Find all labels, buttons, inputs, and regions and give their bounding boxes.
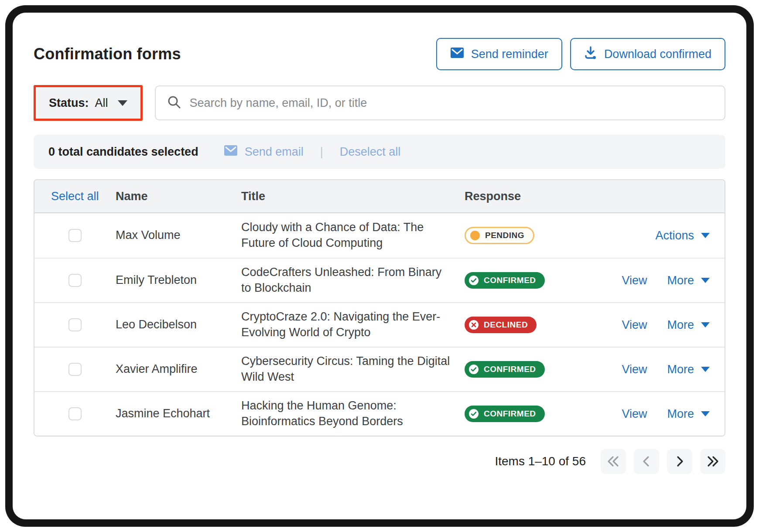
check-circle-icon (468, 364, 479, 375)
action-label: View (622, 363, 647, 376)
envelope-icon (224, 145, 238, 159)
more-link[interactable]: More (667, 363, 710, 376)
actions-link[interactable]: Actions (655, 229, 710, 242)
caret-down-icon (701, 322, 710, 327)
check-circle-icon (468, 409, 479, 419)
search-input[interactable] (190, 96, 713, 110)
candidate-name: Jasmine Echohart (116, 406, 241, 422)
send-email-label: Send email (245, 145, 304, 159)
caret-down-icon (118, 100, 127, 106)
candidate-name: Xavier Amplifire (116, 361, 241, 377)
check-circle-icon (468, 275, 479, 286)
column-header-response: Response (465, 190, 559, 203)
talk-title: CryptoCraze 2.0: Navigating the Ever-Evo… (241, 309, 465, 340)
caret-down-icon (701, 367, 710, 372)
action-label: More (667, 274, 694, 287)
view-link[interactable]: View (622, 363, 647, 376)
candidate-name: Max Volume (116, 228, 241, 243)
next-page-button[interactable] (667, 449, 692, 474)
talk-title: CodeCrafters Unleashed: From Binary to B… (241, 265, 465, 296)
candidate-name: Leo Decibelson (116, 317, 241, 333)
x-circle-icon (468, 320, 479, 330)
window-frame: Confirmation forms Send reminder Downloa… (5, 5, 754, 527)
send-reminder-button[interactable]: Send reminder (436, 38, 562, 70)
action-label: More (667, 318, 694, 332)
pending-dot-icon (470, 231, 480, 240)
row-checkbox[interactable] (68, 318, 82, 331)
candidate-name: Emily Trebleton (116, 273, 241, 288)
download-icon (584, 46, 597, 62)
talk-title: Cybersecurity Circus: Taming the Digital… (241, 354, 465, 385)
action-label: More (667, 363, 694, 376)
pagination: Items 1–10 of 56 (34, 449, 725, 474)
row-checkbox[interactable] (68, 274, 82, 287)
row-actions: ViewMore (559, 274, 725, 287)
status-label: PENDING (485, 231, 524, 240)
more-link[interactable]: More (667, 407, 710, 421)
envelope-icon (450, 47, 464, 61)
divider: | (320, 145, 323, 159)
selection-bar: 0 total candidates selected Send email |… (34, 135, 725, 169)
view-link[interactable]: View (622, 407, 647, 421)
search-icon (167, 95, 181, 111)
status-badge: PENDING (465, 227, 534, 244)
caret-down-icon (701, 278, 710, 283)
column-header-title: Title (241, 190, 465, 203)
table-row: Leo Decibelson CryptoCraze 2.0: Navigati… (34, 302, 725, 347)
status-label: CONFIRMED (484, 276, 536, 285)
download-confirmed-label: Download confirmed (604, 48, 711, 61)
action-label: View (622, 407, 647, 421)
header-actions: Send reminder Download confirmed (436, 38, 725, 70)
view-link[interactable]: View (622, 318, 647, 332)
more-link[interactable]: More (667, 274, 710, 287)
table-header: Select all Name Title Response (34, 180, 725, 213)
caret-down-icon (701, 411, 710, 416)
action-label: View (622, 318, 647, 332)
table-row: Emily Trebleton CodeCrafters Unleashed: … (34, 258, 725, 302)
more-link[interactable]: More (667, 318, 710, 332)
status-label: CONFIRMED (484, 365, 536, 374)
first-page-button[interactable] (601, 449, 626, 474)
row-actions: ViewMore (559, 318, 725, 332)
select-all-link[interactable]: Select all (34, 190, 116, 203)
page-title: Confirmation forms (34, 45, 181, 63)
status-badge: DECLINED (465, 317, 537, 333)
status-filter-dropdown[interactable]: Status: All (36, 87, 140, 119)
status-badge: CONFIRMED (465, 272, 545, 289)
status-badge: CONFIRMED (465, 406, 545, 422)
prev-page-button[interactable] (634, 449, 659, 474)
status-label: CONFIRMED (484, 409, 536, 419)
row-actions: ViewMore (559, 407, 725, 421)
row-actions: Actions (559, 229, 725, 242)
send-email-link[interactable]: Send email (224, 145, 304, 159)
download-confirmed-button[interactable]: Download confirmed (570, 38, 725, 70)
row-checkbox[interactable] (68, 363, 82, 376)
status-badge: CONFIRMED (465, 361, 545, 378)
action-label: Actions (655, 229, 694, 242)
table-row: Jasmine Echohart Hacking the Human Genom… (34, 391, 725, 436)
row-actions: ViewMore (559, 363, 725, 376)
page-header: Confirmation forms Send reminder Downloa… (34, 38, 725, 70)
column-header-name: Name (116, 190, 241, 203)
search-box (155, 85, 725, 120)
table-body: Max Volume Cloudy with a Chance of Data:… (34, 213, 725, 436)
view-link[interactable]: View (622, 274, 647, 287)
candidates-table: Select all Name Title Response Max Volum… (34, 179, 725, 437)
talk-title: Cloudy with a Chance of Data: The Future… (241, 220, 465, 251)
row-checkbox[interactable] (68, 407, 82, 420)
table-row: Xavier Amplifire Cybersecurity Circus: T… (34, 347, 725, 391)
talk-title: Hacking the Human Genome: Bioinformatics… (241, 398, 465, 429)
status-filter-value: All (95, 96, 108, 110)
status-filter-label: Status: (49, 96, 89, 110)
action-label: More (667, 407, 694, 421)
filter-row: Status: All (34, 85, 725, 121)
action-label: View (622, 274, 647, 287)
send-reminder-label: Send reminder (471, 48, 548, 61)
deselect-all-label: Deselect all (340, 145, 401, 159)
last-page-button[interactable] (700, 449, 725, 474)
table-row: Max Volume Cloudy with a Chance of Data:… (34, 213, 725, 258)
caret-down-icon (701, 233, 710, 238)
status-filter-highlight: Status: All (34, 85, 143, 121)
deselect-all-link[interactable]: Deselect all (340, 145, 401, 159)
row-checkbox[interactable] (68, 229, 82, 242)
